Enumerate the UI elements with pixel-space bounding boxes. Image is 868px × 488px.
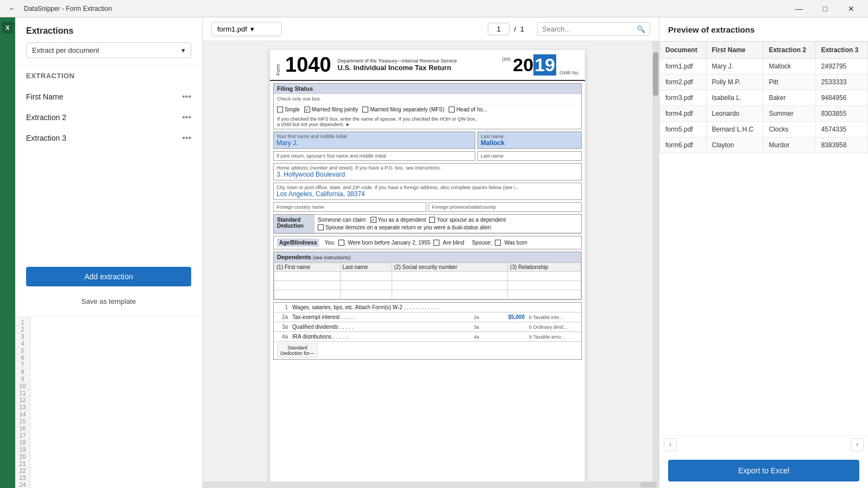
- first-name-field: Your first name and middle initial Mary …: [273, 132, 475, 149]
- married-jointly-checkbox[interactable]: ✓: [304, 107, 310, 112]
- excel-side: X: [0, 17, 15, 488]
- save-template-button[interactable]: Save as template: [26, 293, 191, 310]
- pdf-scrollbar[interactable]: [652, 41, 659, 481]
- row-num-21: 21: [15, 460, 30, 467]
- spouse-dependent-checkbox[interactable]: [429, 217, 435, 223]
- cell-document: form4.pdf: [660, 106, 707, 122]
- cell-extraction2: Baker: [763, 90, 815, 106]
- app-container: X Extractions Extract per document ▾ Ext…: [0, 17, 868, 488]
- col-extraction-2: Extraction 2: [763, 42, 815, 59]
- row-numbers-area: 1234567891011121314151617181920212223242…: [15, 316, 202, 489]
- row-num-23: 23: [15, 474, 30, 481]
- row-num-13: 13: [15, 404, 30, 411]
- pdf-scroll-area[interactable]: Form 1040 Department of the Treasury—Int…: [203, 41, 652, 481]
- preview-title: Preview of extractions: [668, 25, 859, 34]
- head-checkbox[interactable]: [449, 107, 455, 112]
- table-row[interactable]: form3.pdf Isabella L. Baker 9484956: [660, 90, 868, 106]
- app-title: DataSnipper - Form Extraction: [24, 5, 112, 12]
- table-row[interactable]: form6.pdf Clayton Murdor 8383958: [660, 137, 868, 153]
- filing-status-subtitle: Check only one box.: [274, 94, 581, 104]
- extract-dropdown[interactable]: Extract per document ▾: [26, 42, 191, 58]
- search-icon: 🔍: [637, 25, 645, 33]
- address-value: 3. Hollywood Boulevard: [276, 171, 578, 178]
- sidebar-item-extraction-3[interactable]: Extraction 3 •••: [15, 128, 202, 148]
- maximize-button[interactable]: □: [813, 0, 838, 17]
- pdf-search-input[interactable]: [542, 25, 633, 33]
- close-button[interactable]: ✕: [839, 0, 864, 17]
- cell-document: form2.pdf: [660, 74, 707, 90]
- table-row[interactable]: form4.pdf Leonardo Summer 8303855: [660, 106, 868, 122]
- omb-note: (99): [502, 57, 511, 62]
- add-extraction-button[interactable]: Add extraction: [26, 267, 191, 286]
- married-separately-checkbox[interactable]: [362, 107, 368, 112]
- preview-table-scroll: ‹ ›: [659, 435, 868, 453]
- dep-col-rel: (3) Relationship: [508, 263, 581, 272]
- cell-document: form5.pdf: [660, 122, 707, 137]
- table-row[interactable]: form5.pdf Bernard L.H.C Clocks 4574335: [660, 122, 868, 137]
- filing-status-section: Filing Status Check only one box. Single…: [273, 83, 582, 129]
- preview-table-container[interactable]: Document First Name Extraction 2 Extract…: [659, 41, 868, 435]
- cell-extraction3: 2533333: [815, 74, 867, 90]
- standard-deduction-options: Someone can claim: ✓ You as a dependent …: [315, 215, 581, 233]
- cell-first-name: Bernard L.H.C: [706, 122, 763, 137]
- income-row-4a: 4a IRA distributions . . . . . . 4a b Ta…: [274, 332, 581, 342]
- row-num-22: 22: [15, 467, 30, 474]
- you-dependent-checkbox[interactable]: ✓: [370, 217, 376, 223]
- single-checkbox[interactable]: [277, 107, 283, 112]
- pdf-file-dropdown[interactable]: form1.pdf ▾: [211, 22, 282, 36]
- city-value: Los Angeles, California, 38374: [276, 190, 578, 198]
- extraction-item-menu-icon[interactable]: •••: [182, 133, 191, 143]
- form-header: Form 1040 Department of the Treasury—Int…: [270, 50, 585, 81]
- back-button[interactable]: ←: [4, 1, 20, 16]
- sidebar-header: Extractions Extract per document ▾: [15, 17, 202, 65]
- export-excel-button[interactable]: Export to Excel: [668, 460, 859, 481]
- dependents-table: (1) First name Last name (2) Social secu…: [274, 262, 581, 299]
- sidebar-title: Extractions: [26, 26, 191, 36]
- cell-first-name: Clayton: [706, 137, 763, 153]
- page-number-input[interactable]: [488, 23, 510, 35]
- pdf-scrollbar-thumb[interactable]: [653, 52, 658, 96]
- table-row[interactable]: form2.pdf Polly M.P. Pitt 2533333: [660, 74, 868, 90]
- income-row-1: 1 Wages, salaries, tips, etc. Attach For…: [274, 303, 581, 312]
- foreign-country-field: Foreign country name: [273, 202, 426, 212]
- table-row[interactable]: form1.pdf Mary J. Mallock 2492795: [660, 59, 868, 74]
- dep-col-ssn: (2) Social security number: [392, 263, 508, 272]
- row-num-19: 19: [15, 446, 30, 453]
- cell-document: form3.pdf: [660, 90, 707, 106]
- row-num-9: 9: [15, 376, 30, 383]
- blind-checkbox[interactable]: [433, 240, 439, 246]
- pdf-area: form1.pdf ▾ / 1 🔍 Form 10: [203, 17, 659, 488]
- row-num-6: 6: [15, 354, 30, 361]
- extraction-item-menu-icon[interactable]: •••: [182, 92, 191, 102]
- last-name-value: Mallock: [481, 139, 578, 147]
- row-num-11: 11: [15, 390, 30, 397]
- row-num-1: 1: [15, 319, 30, 326]
- filing-note: If you checked the MFS box, enter the na…: [274, 115, 581, 129]
- extraction-item-menu-icon[interactable]: •••: [182, 112, 191, 122]
- itemize-checkbox[interactable]: [318, 224, 324, 230]
- cell-extraction3: 8303855: [815, 106, 867, 122]
- col-extraction-3: Extraction 3: [815, 42, 867, 59]
- spouse-name-row: If joint return, spouse's first name and…: [273, 151, 582, 161]
- form-year-block: (99) 20 19: [502, 54, 556, 76]
- minimize-button[interactable]: —: [787, 0, 812, 17]
- filing-status-options: Single ✓ Married filing jointly Married …: [274, 104, 581, 115]
- pdf-search-box[interactable]: 🔍: [537, 22, 650, 36]
- filing-status-header: Filing Status: [274, 84, 581, 94]
- row-num-4: 4: [15, 340, 30, 347]
- scroll-right-button[interactable]: ›: [851, 438, 864, 451]
- pdf-horizontal-scrollbar[interactable]: [203, 481, 659, 488]
- cell-extraction2: Clocks: [763, 122, 815, 137]
- first-name-value: Mary J.: [276, 139, 472, 147]
- extraction-item-label: First Name: [26, 92, 63, 101]
- born-before-checkbox[interactable]: [338, 240, 344, 246]
- sidebar-item-extraction-2[interactable]: Extraction 2 •••: [15, 107, 202, 128]
- sidebar-item-first-name[interactable]: First Name •••: [15, 86, 202, 107]
- income-2a-value: $5,000: [487, 314, 525, 320]
- scroll-left-button[interactable]: ‹: [664, 438, 677, 451]
- spouse-born-checkbox[interactable]: [495, 240, 501, 246]
- spouse-last-name-field: Last name: [477, 151, 582, 161]
- cell-first-name: Mary J.: [706, 59, 763, 74]
- pdf-horizontal-thumb[interactable]: [640, 482, 657, 487]
- standard-deduction-label: Standard Deduction: [274, 215, 315, 233]
